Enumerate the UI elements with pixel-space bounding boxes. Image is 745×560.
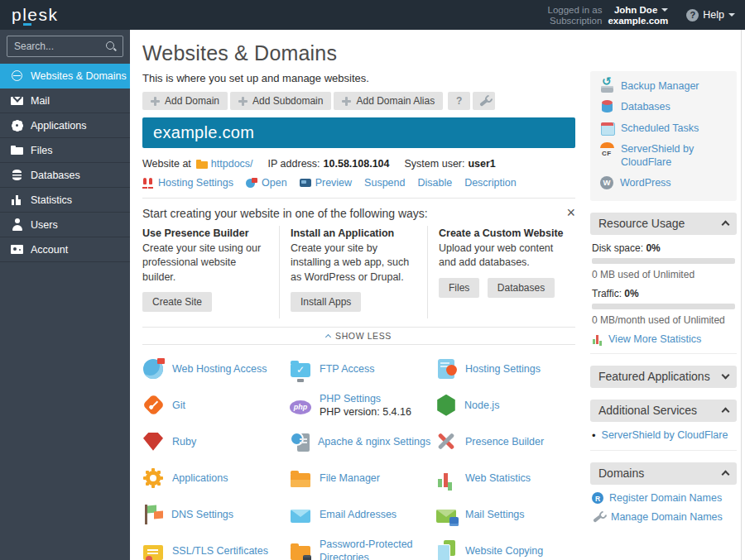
servershield-link[interactable]: ServerShield by CloudFlare (592, 429, 735, 442)
disk-space-label: Disk space: (592, 242, 643, 254)
tool-file-manager[interactable]: File Manager (290, 465, 435, 491)
add-subdomain-button[interactable]: Add Subdomain (230, 92, 331, 110)
promo-col-heading: Use Presence Builder (142, 227, 268, 239)
tool-presence-builder[interactable]: Presence Builder (435, 428, 575, 455)
website-at-label: Website at (142, 158, 191, 170)
promo-col-desc: Create your site using our professional … (142, 242, 268, 285)
sidebar-item-databases[interactable]: Databases (0, 163, 130, 188)
featured-applications-header[interactable]: Featured Applications (590, 366, 737, 388)
tool-ruby[interactable]: Ruby (142, 428, 290, 455)
domains-body: R Register Domain Names Manage Domain Na… (590, 485, 737, 538)
backup-disk-icon (600, 79, 614, 93)
suspend-link[interactable]: Suspend (364, 177, 405, 189)
subscription-label: Subscription (548, 16, 603, 26)
quick-link-wordpress[interactable]: W WordPress (600, 176, 727, 189)
search-icon[interactable] (105, 41, 117, 52)
add-domain-alias-label: Add Domain Alias (356, 95, 435, 107)
resource-usage-header[interactable]: Resource Usage (590, 213, 737, 235)
tool-email-addresses[interactable]: Email Addresses (290, 501, 435, 528)
sidebar-item-account[interactable]: Account (0, 237, 130, 262)
sidebar-item-label: Applications (31, 120, 86, 132)
flags-icon (145, 505, 163, 524)
help-button[interactable]: ? (448, 92, 470, 110)
tool-php-settings[interactable]: php PHP Settings PHP version: 5.4.16 (290, 392, 435, 419)
sidebar-item-mail[interactable]: Mail (0, 89, 130, 113)
quick-link-databases[interactable]: Databases (600, 100, 727, 113)
calendar-icon (600, 122, 614, 135)
databases-button[interactable]: Databases (488, 278, 555, 298)
domains-header[interactable]: Domains (590, 462, 737, 485)
php-version: PHP version: 5.4.16 (320, 406, 411, 418)
sidebar-item-websites-domains[interactable]: Websites & Domains (0, 64, 130, 89)
traffic-pct: 0% (624, 288, 638, 299)
sidebar-item-label: Users (31, 219, 58, 231)
globe-flag-icon (142, 358, 164, 380)
hosting-settings-link[interactable]: Hosting Settings (142, 177, 233, 189)
git-icon (142, 394, 165, 416)
cloudflare-icon: CF (600, 142, 614, 156)
sidebar-item-label: Account (31, 244, 68, 256)
view-more-statistics-link[interactable]: View More Statistics (592, 333, 735, 345)
subscription-name: example.com (608, 16, 668, 26)
sidebar-item-files[interactable]: Files (0, 138, 130, 163)
tool-password-protected-directories[interactable]: Password-Protected Directories (290, 538, 435, 560)
files-button[interactable]: Files (439, 278, 479, 298)
wordpress-icon: W (600, 176, 613, 189)
tool-apache-nginx-settings[interactable]: Apache & nginx Settings (290, 428, 435, 455)
wrench-icon (478, 95, 490, 107)
install-apps-button[interactable]: Install Apps (291, 292, 361, 312)
create-site-button[interactable]: Create Site (142, 292, 212, 312)
user-name: John Doe (614, 5, 657, 15)
help-menu[interactable]: ? Help (686, 9, 735, 22)
add-domain-alias-button[interactable]: Add Domain Alias (334, 92, 443, 110)
close-icon[interactable]: × (566, 207, 575, 218)
disable-link[interactable]: Disable (417, 177, 452, 189)
sidebar-item-label: Files (31, 145, 52, 156)
top-bar: plesk Logged in as John Doe Subscription… (0, 0, 745, 30)
quick-link-servershield[interactable]: CF ServerShield by CloudFlare (600, 142, 727, 170)
register-domain-names-link[interactable]: R Register Domain Names (592, 492, 735, 504)
tool-web-hosting-access[interactable]: Web Hosting Access (142, 356, 290, 382)
page-subtitle: This is where you set up and manage webs… (142, 72, 575, 84)
show-less-toggle[interactable]: SHOW LESS (142, 327, 575, 345)
sidebar-item-applications[interactable]: Applications (0, 113, 130, 138)
tool-ssl-tls-certificates[interactable]: SSL/TLS Certificates (142, 538, 290, 560)
description-link[interactable]: Description (464, 177, 517, 189)
tool-git[interactable]: Git (142, 392, 290, 419)
quick-link-backup-manager[interactable]: Backup Manager (600, 79, 727, 93)
tool-website-copying[interactable]: Website Copying (435, 538, 575, 560)
tools-grid: Web Hosting Access ✓ FTP Access Hosting … (142, 356, 575, 560)
help-icon: ? (686, 9, 699, 22)
left-sidebar: Websites & Domains Mail Applications Fil… (0, 30, 130, 560)
promo-col-custom-website: Create a Custom Website Upload your web … (427, 226, 575, 318)
main-content: Websites & Domains This is where you set… (142, 30, 575, 560)
docroot-link[interactable]: httpdocs/ (211, 158, 253, 170)
domain-info-row: Website at httpdocs/ IP address: 10.58.1… (142, 158, 575, 170)
customize-button[interactable] (473, 92, 495, 110)
page-scroll-edge[interactable] (741, 30, 742, 560)
manage-domain-names-link[interactable]: Manage Domain Names (592, 511, 735, 523)
tool-dns-settings[interactable]: DNS Settings (142, 501, 290, 528)
tool-web-statistics[interactable]: Web Statistics (435, 465, 575, 491)
promo-col-heading: Create a Custom Website (439, 227, 565, 239)
nodejs-hexagon-icon (436, 395, 456, 416)
plesk-logo[interactable]: plesk (10, 5, 59, 25)
preview-link[interactable]: Preview (300, 177, 352, 189)
gear-icon (11, 119, 23, 132)
tool-nodejs[interactable]: Node.js (435, 392, 575, 419)
chevron-up-icon (722, 220, 730, 228)
tool-applications[interactable]: Applications (142, 465, 290, 491)
traffic-usage-bar (592, 304, 735, 309)
open-link[interactable]: Open (246, 177, 287, 189)
sidebar-item-statistics[interactable]: Statistics (0, 188, 130, 213)
user-menu[interactable]: Logged in as John Doe Subscription examp… (548, 5, 669, 26)
resource-usage-body: Disk space: 0% 0 MB used of Unlimited Tr… (590, 235, 737, 354)
tool-hosting-settings[interactable]: Hosting Settings (435, 356, 575, 382)
promo-title: Start creating your website in one of th… (142, 207, 428, 220)
sidebar-item-users[interactable]: Users (0, 213, 130, 237)
additional-services-header[interactable]: Additional Services (590, 400, 737, 422)
add-domain-button[interactable]: Add Domain (142, 92, 228, 110)
quick-link-scheduled-tasks[interactable]: Scheduled Tasks (600, 122, 727, 135)
tool-ftp-access[interactable]: ✓ FTP Access (290, 356, 435, 382)
tool-mail-settings[interactable]: Mail Settings (435, 501, 575, 528)
